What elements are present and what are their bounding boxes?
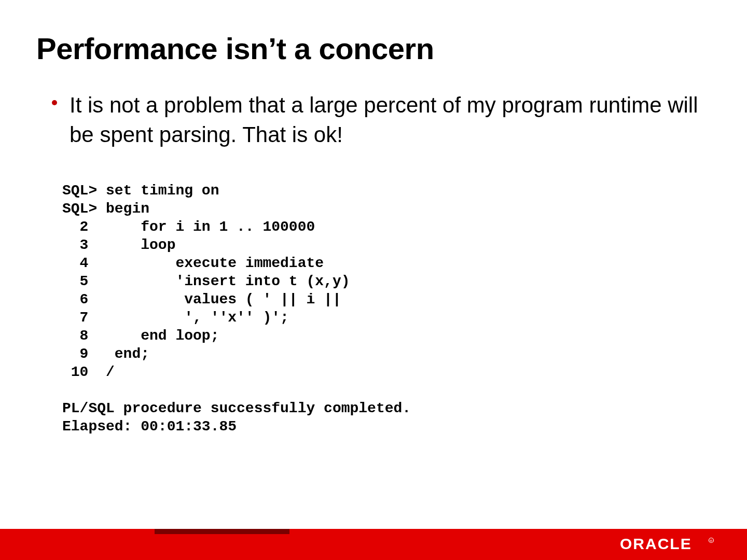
bullet-dot-icon — [52, 100, 57, 105]
svg-text:R: R — [710, 539, 713, 542]
code-block: SQL> set timing on SQL> begin 2 for i in… — [62, 181, 411, 436]
bullet-list: It is not a problem that a large percent… — [52, 91, 711, 149]
bullet-item: It is not a problem that a large percent… — [52, 91, 711, 149]
footer-bar: ORACLE R — [0, 529, 747, 560]
slide: Performance isn’t a concern It is not a … — [0, 0, 747, 560]
footer-accent — [155, 529, 289, 534]
svg-text:ORACLE: ORACLE — [620, 535, 692, 552]
bullet-text: It is not a problem that a large percent… — [70, 91, 711, 149]
slide-title: Performance isn’t a concern — [36, 31, 434, 66]
oracle-logo-icon: ORACLE R — [620, 535, 718, 554]
oracle-logo: ORACLE R — [620, 535, 718, 554]
